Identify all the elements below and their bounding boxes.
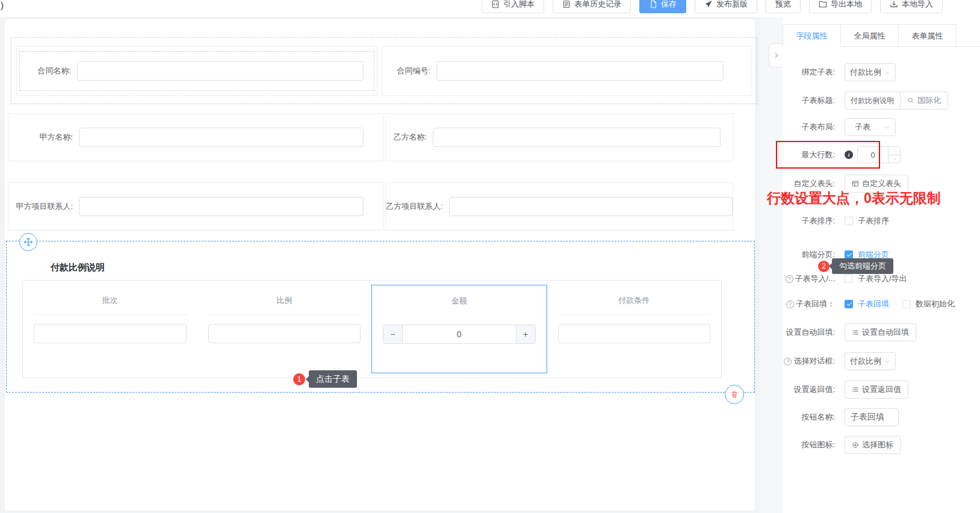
export-local-button[interactable]: 导出本地 <box>809 0 872 13</box>
chevron-down-icon <box>884 69 890 76</box>
bind-subtable-label: 绑定子表: <box>783 67 840 78</box>
save-button[interactable]: 保存 <box>639 0 686 13</box>
contract-no-input[interactable] <box>436 61 724 81</box>
tab-global-properties[interactable]: 全局属性 <box>840 24 899 47</box>
chevron-down-icon <box>892 157 897 161</box>
subtable-layout-select[interactable]: 子表 <box>845 118 896 136</box>
row-return-value: 设置返回值: 设置返回值 <box>783 381 980 399</box>
front-paging-checkbox[interactable] <box>845 250 853 259</box>
contract-name-field[interactable]: 合同名称: <box>19 51 374 91</box>
button-label: 预览 <box>775 0 791 10</box>
data-init-checkbox[interactable] <box>902 300 911 308</box>
spinner-down-button[interactable] <box>889 155 900 163</box>
amount-value[interactable]: 0 <box>403 325 516 343</box>
amount-stepper[interactable]: − 0 + <box>383 325 536 344</box>
subtable-column-ratio[interactable]: 比例 <box>197 281 372 378</box>
button-label: 表单历史记录 <box>574 0 621 10</box>
contract-name-label: 合同名称: <box>20 66 77 76</box>
batch-input[interactable] <box>34 324 187 343</box>
row-button-icon: 按钮图标: 选择图标 <box>783 436 980 454</box>
contract-name-input[interactable] <box>77 61 364 81</box>
i18n-button[interactable]: 国际化 <box>900 92 948 110</box>
party-a-contact-cell[interactable]: 甲方项目联系人: <box>8 182 383 231</box>
subtable-layout-label: 子表布局: <box>783 122 840 132</box>
subtable-title-input[interactable]: 付款比例说明 <box>845 92 901 110</box>
party-b-name-input[interactable] <box>433 128 721 147</box>
chevron-down-icon <box>884 358 890 365</box>
step-badge-1: 1 <box>293 373 305 385</box>
select-icon-button[interactable]: 选择图标 <box>845 436 901 454</box>
button-label: 保存 <box>661 0 677 10</box>
subtable-column-condition[interactable]: 付款条件 <box>547 281 722 378</box>
question-icon: ? <box>786 275 793 283</box>
import-script-button[interactable]: 引入脚本 <box>482 0 544 13</box>
publish-button[interactable]: 发布新版 <box>695 0 757 13</box>
trash-icon <box>730 390 739 399</box>
party-a-name-label: 甲方名称: <box>8 132 79 143</box>
party-b-name-label: 乙方名称: <box>386 132 433 143</box>
tab-field-properties[interactable]: 字段属性 <box>783 24 841 47</box>
subtable-import-checkbox[interactable] <box>845 275 853 283</box>
ratio-input[interactable] <box>208 324 361 343</box>
chevron-right-icon <box>773 52 780 59</box>
button-name-input[interactable]: 子表回填 <box>845 408 899 426</box>
subtable-column-batch[interactable]: 批次 <box>23 281 197 378</box>
step-badge-2: 2 <box>818 261 830 272</box>
tab-form-properties[interactable]: 表单属性 <box>898 24 957 47</box>
chevron-up-icon <box>892 148 897 153</box>
circle-plus-icon <box>852 441 859 449</box>
stepper-plus-button[interactable]: + <box>516 325 535 343</box>
subtable-backfill-checkbox[interactable] <box>845 300 853 308</box>
party-a-contact-input[interactable] <box>79 197 364 216</box>
party-a-name-cell[interactable]: 甲方名称: <box>8 113 383 161</box>
contract-header-group[interactable]: 合同名称: 合同编号: <box>11 37 757 104</box>
form-history-button[interactable]: 表单历史记录 <box>553 0 631 13</box>
row-subtable-sort: 子表排序: 子表排序 <box>783 212 980 230</box>
button-label: 设置返回值 <box>862 384 901 395</box>
button-label: 设置自动回填 <box>862 327 909 338</box>
party-b-contact-input[interactable] <box>449 197 733 216</box>
row-subtable-layout: 子表布局: 子表 <box>783 118 980 136</box>
button-label: 自定义表头 <box>862 178 901 189</box>
checkbox-label: 子表回填 <box>858 299 889 309</box>
return-value-button[interactable]: 设置返回值 <box>845 381 908 399</box>
button-name-label: 按钮名称: <box>783 412 840 423</box>
export-icon <box>819 0 827 8</box>
panel-collapse-handle[interactable] <box>769 43 783 67</box>
contract-name-cell[interactable]: 合同名称: <box>16 46 377 96</box>
select-dialog-select[interactable]: 付款比例 <box>845 352 896 370</box>
party-b-name-cell[interactable]: 乙方名称: <box>385 113 733 161</box>
auto-backfill-button[interactable]: 设置自动回填 <box>845 323 916 341</box>
search-icon <box>907 97 914 104</box>
button-label: 导出本地 <box>831 0 862 10</box>
checkbox-label: 数据初始化 <box>916 299 955 309</box>
number-spinner <box>888 147 900 163</box>
red-annotation-text: 行数设置大点，0表示无限制 <box>767 189 960 208</box>
drag-handle[interactable] <box>19 233 37 251</box>
button-label: 选择图标 <box>862 440 893 450</box>
script-icon <box>491 0 500 8</box>
preview-button[interactable]: 预览 <box>766 0 801 13</box>
bind-subtable-select[interactable]: 付款比例 <box>845 63 896 81</box>
subtable-backfill-label: ?子表回填： <box>783 299 840 309</box>
import-local-button[interactable]: 本地导入 <box>880 0 943 13</box>
publish-icon <box>704 0 713 8</box>
list-icon <box>852 329 859 336</box>
form-canvas: 合同名称: 合同编号: 甲方名称: 乙方名称: 甲方项目联系人: <box>5 19 755 511</box>
subtable-column-amount-selected[interactable]: 金额 − 0 + <box>371 285 547 373</box>
subtable-panel: 批次 比例 金额 − 0 + 付款条件 <box>22 280 722 378</box>
stepper-minus-button[interactable]: − <box>383 325 403 343</box>
subtable-import-label: ?子表导入/... <box>783 273 840 284</box>
contract-no-cell[interactable]: 合同编号: <box>382 46 751 96</box>
subtable-widget[interactable]: 付款比例说明 批次 比例 金额 − 0 + 付款条件 <box>6 241 755 393</box>
callout-check-paging: 2 勾选前端分页 <box>818 258 893 274</box>
checkbox-label: 子表导入/导出 <box>858 273 907 284</box>
select-value: 付款比例 <box>850 356 884 367</box>
condition-input[interactable] <box>558 324 711 343</box>
select-value: 子表 <box>850 122 884 132</box>
party-a-name-input[interactable] <box>79 128 364 147</box>
delete-subtable-button[interactable] <box>725 385 744 404</box>
party-b-contact-cell[interactable]: 乙方项目联系人: <box>385 182 733 231</box>
subtable-sort-checkbox[interactable] <box>845 217 853 225</box>
spinner-up-button[interactable] <box>889 147 900 155</box>
